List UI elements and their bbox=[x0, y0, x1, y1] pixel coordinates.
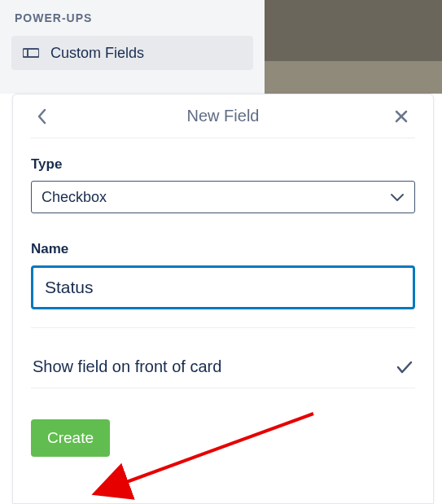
sidebar-section: POWER-UPS Custom Fields bbox=[0, 0, 265, 94]
panel-header: New Field bbox=[31, 94, 415, 138]
sidebar-item-custom-fields[interactable]: Custom Fields bbox=[11, 36, 253, 70]
name-input[interactable] bbox=[31, 265, 415, 309]
divider bbox=[31, 327, 415, 328]
name-label: Name bbox=[31, 241, 415, 257]
type-select[interactable]: Checkbox bbox=[31, 181, 415, 213]
svg-rect-0 bbox=[23, 49, 39, 57]
background-top: POWER-UPS Custom Fields bbox=[0, 0, 442, 94]
type-select-value: Checkbox bbox=[42, 189, 107, 206]
close-icon bbox=[394, 109, 409, 124]
close-button[interactable] bbox=[389, 94, 414, 138]
chevron-left-icon bbox=[37, 108, 47, 125]
new-field-panel: New Field Type Checkbox Name Show field … bbox=[12, 94, 434, 504]
panel-title: New Field bbox=[187, 107, 260, 125]
section-title-powerups: POWER-UPS bbox=[11, 8, 253, 24]
custom-fields-icon bbox=[23, 47, 39, 59]
show-on-front-toggle[interactable]: Show field on front of card bbox=[31, 346, 415, 388]
background-right bbox=[265, 0, 442, 94]
type-label: Type bbox=[31, 156, 415, 173]
chevron-down-icon bbox=[390, 192, 405, 202]
back-button[interactable] bbox=[33, 94, 52, 138]
background-band bbox=[265, 61, 442, 94]
custom-fields-label: Custom Fields bbox=[50, 45, 144, 62]
create-button[interactable]: Create bbox=[31, 419, 110, 457]
check-icon bbox=[396, 360, 414, 375]
show-on-front-label: Show field on front of card bbox=[33, 357, 221, 376]
create-button-label: Create bbox=[47, 429, 94, 446]
